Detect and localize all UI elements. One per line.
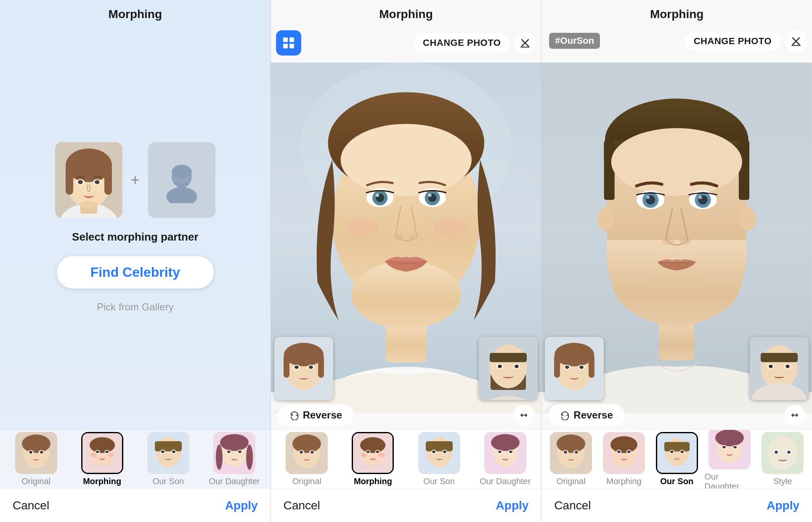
toolbar-item-our-son-2[interactable]: Our Son xyxy=(407,432,471,486)
find-celebrity-button[interactable]: Find Celebrity xyxy=(57,256,214,289)
toolbar-thumb-morphing-2 xyxy=(352,432,394,474)
panel2-eraser-button[interactable] xyxy=(514,32,536,54)
panel2-cancel-button[interactable]: Cancel xyxy=(284,499,320,512)
toolbar-thumb-our-son xyxy=(147,432,189,474)
panel2-apply-button[interactable]: Apply xyxy=(496,499,529,512)
hashtag-label: #OurSon xyxy=(549,33,600,49)
toolbar-item-our-son-3[interactable]: Our Son xyxy=(652,432,702,486)
partner-face-placeholder[interactable] xyxy=(148,142,215,218)
mini-photo-right[interactable] xyxy=(479,337,538,400)
svg-point-152 xyxy=(579,366,584,369)
select-partner-label: Select morphing partner xyxy=(72,231,199,244)
toolbar-item-our-daughter-2[interactable]: Our Daughter xyxy=(473,432,537,486)
svg-point-23 xyxy=(40,451,43,454)
toolbar-item-our-daughter-3[interactable]: Our Daughter xyxy=(705,429,755,488)
toolbar-item-morphing[interactable]: Morphing xyxy=(70,432,134,486)
svg-rect-35 xyxy=(155,441,182,451)
svg-rect-5 xyxy=(66,165,73,195)
svg-point-14 xyxy=(172,164,191,179)
toolbar-label-our-son: Our Son xyxy=(153,477,184,486)
toolbar-item-morphing-2[interactable]: Morphing xyxy=(341,432,405,486)
toolbar-thumb-our-daughter xyxy=(213,432,255,474)
svg-rect-147 xyxy=(554,355,560,378)
toolbar-thumb-style-3 xyxy=(762,432,804,474)
panel2-footer: Cancel Apply xyxy=(271,488,541,522)
svg-point-150 xyxy=(565,366,569,369)
mini-photo-left[interactable] xyxy=(274,337,333,400)
toolbar-label-our-daughter-3: Our Daughter xyxy=(705,472,755,489)
svg-rect-49 xyxy=(283,37,288,42)
eraser-icon xyxy=(519,37,531,49)
svg-rect-87 xyxy=(490,353,527,362)
toolbar-item-morphing-3[interactable]: Morphing xyxy=(599,432,649,486)
svg-point-174 xyxy=(627,450,631,453)
svg-point-65 xyxy=(376,193,379,197)
svg-rect-129 xyxy=(739,141,749,200)
svg-rect-50 xyxy=(289,37,294,42)
svg-point-157 xyxy=(769,365,773,368)
svg-point-170 xyxy=(610,436,637,453)
panel3-cancel-button[interactable]: Cancel xyxy=(554,499,591,512)
panel3-expand-button[interactable] xyxy=(784,405,805,426)
toolbar-thumb-our-daughter-2 xyxy=(484,432,526,474)
toolbar-label-original-3: Original xyxy=(557,477,586,486)
panel3-bottom-controls: Reverse xyxy=(541,404,812,426)
svg-point-192 xyxy=(775,451,778,454)
toolbar-item-original-3[interactable]: Original xyxy=(546,432,596,486)
pick-gallery-link[interactable]: Pick from Gallery xyxy=(97,301,174,313)
panel3-apply-button[interactable]: Apply xyxy=(767,499,799,512)
svg-point-69 xyxy=(428,193,431,197)
grid-icon-button[interactable] xyxy=(276,30,301,56)
svg-point-8 xyxy=(78,180,83,184)
svg-point-91 xyxy=(515,365,519,368)
svg-point-112 xyxy=(432,450,435,453)
panel2-expand-button[interactable] xyxy=(513,405,534,426)
svg-point-119 xyxy=(498,450,502,453)
toolbar-thumb-original xyxy=(15,432,57,474)
panel3-mini-photo-left[interactable] xyxy=(545,337,604,400)
panel1-apply-button[interactable]: Apply xyxy=(225,499,258,512)
toolbar-item-original[interactable]: Original xyxy=(4,432,68,486)
svg-point-30 xyxy=(105,450,109,453)
panel2-change-photo-button[interactable]: CHANGE PHOTO xyxy=(414,33,510,53)
svg-point-130 xyxy=(597,207,614,231)
panel2-bottom-controls: Reverse xyxy=(271,404,541,426)
svg-point-32 xyxy=(108,453,114,457)
panel1-cancel-button[interactable]: Cancel xyxy=(13,499,49,512)
svg-point-136 xyxy=(646,196,650,199)
svg-rect-155 xyxy=(761,353,798,362)
svg-point-143 xyxy=(634,274,719,307)
svg-point-70 xyxy=(393,233,403,240)
panel3-reverse-icon xyxy=(560,410,570,420)
svg-point-71 xyxy=(409,233,419,240)
expand-icon xyxy=(519,411,528,420)
svg-point-132 xyxy=(611,128,742,196)
toolbar-item-our-daughter[interactable]: Our Daughter xyxy=(203,432,266,486)
svg-point-48 xyxy=(238,450,241,453)
source-face-photo[interactable] xyxy=(55,142,122,218)
svg-point-140 xyxy=(699,196,702,199)
svg-point-114 xyxy=(443,450,446,453)
svg-rect-51 xyxy=(283,44,288,48)
toolbar-thumb-our-daughter-3 xyxy=(709,429,751,469)
svg-point-190 xyxy=(768,436,797,470)
panel3-photo-area: CHANGE PHOTO #OurSon xyxy=(541,25,812,429)
panel3-reverse-button[interactable]: Reverse xyxy=(548,404,624,426)
svg-point-73 xyxy=(433,217,467,238)
panel3-eraser-button[interactable] xyxy=(785,30,807,52)
panel2-top-bar: CHANGE PHOTO xyxy=(276,30,536,56)
toolbar-item-style-3[interactable]: Style xyxy=(757,432,808,486)
panel3-change-photo-button[interactable]: CHANGE PHOTO xyxy=(685,32,781,51)
panel2-mini-photos xyxy=(274,337,538,400)
svg-point-181 xyxy=(680,450,684,453)
panel3-mini-photo-right[interactable] xyxy=(750,337,809,400)
svg-rect-77 xyxy=(284,355,289,378)
panel2-reverse-button[interactable]: Reverse xyxy=(278,404,354,426)
toolbar-item-our-son[interactable]: Our Son xyxy=(136,432,200,486)
svg-point-76 xyxy=(284,343,324,366)
svg-point-188 xyxy=(733,446,737,448)
svg-rect-128 xyxy=(604,141,615,200)
toolbar-label-style-3: Style xyxy=(773,477,792,486)
toolbar-item-original-2[interactable]: Original xyxy=(275,432,339,486)
panel1-body: + Select morphing partner Find Celeb xyxy=(0,25,271,429)
